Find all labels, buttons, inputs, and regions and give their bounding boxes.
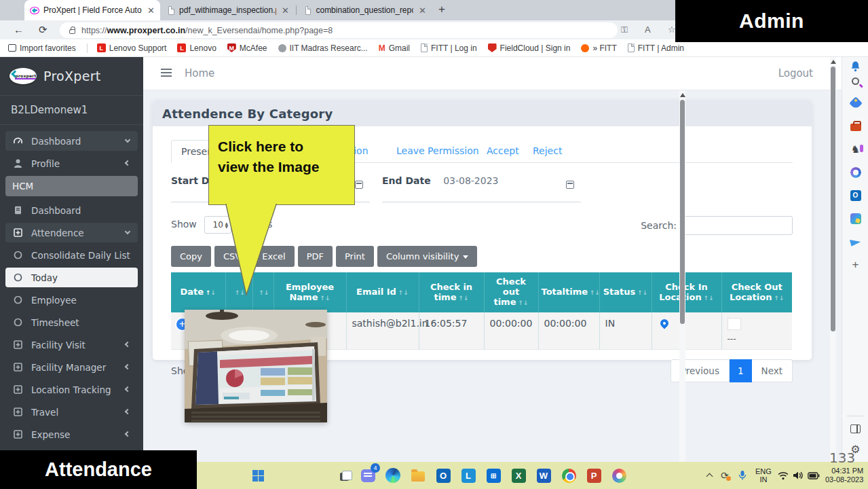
- tab-close-icon[interactable]: ✕: [419, 5, 426, 16]
- bookmark-fitt-login[interactable]: FITT | Log in: [421, 43, 477, 53]
- pdf-button[interactable]: PDF: [298, 246, 333, 267]
- outlook-icon[interactable]: O: [435, 467, 451, 484]
- copy-button[interactable]: Copy: [171, 246, 211, 267]
- bookmark-fitt-admin[interactable]: FITT | Admin: [628, 43, 684, 53]
- designer-icon[interactable]: [849, 212, 862, 225]
- bookmark-fitt[interactable]: » FITT: [581, 43, 616, 53]
- microphone-icon[interactable]: [738, 462, 747, 489]
- microsoft365-icon[interactable]: [849, 166, 862, 179]
- tab-accept[interactable]: Accept: [487, 145, 519, 156]
- column-email-id[interactable]: Email Id↑↓: [346, 272, 419, 312]
- column-check-out-location[interactable]: Check Out Location↑↓: [721, 272, 792, 312]
- column-visibility-button[interactable]: Column visibility: [377, 246, 478, 267]
- sidebar-item-facility-manager[interactable]: Facility Manager: [5, 357, 138, 377]
- drop-icon[interactable]: [849, 235, 862, 248]
- column-totaltime[interactable]: Totaltime↑↓: [538, 272, 599, 312]
- clock-and-date[interactable]: 04:31 PM03-08-2023: [825, 462, 863, 489]
- breadcrumb-home[interactable]: Home: [185, 67, 214, 79]
- wifi-icon[interactable]: [778, 462, 789, 489]
- powerpoint-icon[interactable]: P: [586, 467, 602, 484]
- sidebar-item-attendence[interactable]: Attendence: [5, 223, 138, 242]
- next-page-button[interactable]: Next: [752, 359, 793, 382]
- games-icon[interactable]: ♞: [849, 143, 862, 156]
- toolbox-icon[interactable]: [849, 120, 862, 132]
- bookmark-lenovo-support[interactable]: LLenovo Support: [97, 43, 167, 53]
- tab-close-icon[interactable]: ✕: [147, 5, 155, 16]
- sidebar-item-profile[interactable]: Profile: [5, 153, 138, 173]
- browser-tab[interactable]: combination_question_report.php ✕: [301, 0, 430, 20]
- excel-icon[interactable]: X: [510, 467, 527, 484]
- microsoft-store-icon[interactable]: ⊞: [485, 467, 502, 484]
- tab-reject[interactable]: Reject: [533, 145, 562, 156]
- task-view-icon[interactable]: [338, 467, 354, 484]
- column-status[interactable]: Status↑↓: [599, 272, 652, 312]
- tray-chevron-up-icon[interactable]: [707, 462, 712, 489]
- url-field[interactable]: https://www.proxpert.co.in/new_k_Eversen…: [60, 22, 618, 38]
- browser-scrollbar[interactable]: [830, 57, 836, 462]
- sidebar-item-dashboard[interactable]: Dashboard: [5, 131, 138, 151]
- column-employee-name[interactable]: Employee Name↑↓: [273, 272, 346, 312]
- calendar-icon[interactable]: [355, 181, 363, 189]
- windows-start-icon[interactable]: [250, 467, 266, 484]
- column-check-in-location[interactable]: Check In Location↑↓: [652, 272, 721, 312]
- bookmark-iit-madras[interactable]: IIT Madras Researc...: [278, 43, 368, 53]
- password-key-icon[interactable]: ⚿: [621, 24, 628, 35]
- scrollbar-thumb[interactable]: [831, 67, 835, 331]
- print-button[interactable]: Print: [336, 246, 374, 267]
- sync-icon[interactable]: ⟳: [721, 462, 729, 489]
- bookmark-gmail[interactable]: MGmail: [379, 43, 410, 53]
- sidebar-item-expense[interactable]: Expense: [5, 424, 138, 444]
- bell-icon[interactable]: [849, 60, 862, 73]
- split-screen-icon[interactable]: [849, 422, 862, 435]
- bookmark-lenovo[interactable]: LLenovo: [177, 43, 216, 53]
- lenovo-icon[interactable]: L: [460, 467, 476, 484]
- sidebar-item-employee[interactable]: Employee: [5, 290, 138, 310]
- logout-link[interactable]: Logout: [778, 67, 813, 79]
- shopping-tag-icon[interactable]: [849, 96, 862, 109]
- paint-icon[interactable]: [611, 467, 627, 484]
- read-aloud-icon[interactable]: A: [645, 24, 651, 35]
- map-pin-icon[interactable]: [658, 318, 670, 329]
- page-scrollbar[interactable]: [679, 90, 685, 462]
- sidebar-item-consolidate-daily-list[interactable]: Consolidate Daily List: [5, 245, 138, 265]
- sidebar-item-facility-visit[interactable]: Facility Visit: [5, 335, 138, 355]
- scroll-up-arrow-icon[interactable]: [831, 60, 836, 64]
- sidebar-item-timesheet[interactable]: Timesheet: [5, 312, 138, 332]
- sidebar-item-hcm-dashboard[interactable]: Dashboard: [5, 200, 138, 220]
- new-tab-button[interactable]: +: [438, 3, 445, 16]
- speaker-icon[interactable]: [793, 462, 804, 489]
- teams-chat-icon[interactable]: 4: [360, 467, 376, 484]
- search-input[interactable]: [682, 216, 793, 235]
- favorites-star-icon[interactable]: ☆: [668, 24, 676, 35]
- column-date[interactable]: Date↑↓: [171, 272, 225, 312]
- language-indicator[interactable]: ENGIN: [755, 462, 772, 489]
- current-page-button[interactable]: 1: [730, 359, 752, 382]
- browser-tab[interactable]: pdf_withimage_inspection.php ✕: [164, 0, 293, 20]
- battery-icon[interactable]: [808, 462, 820, 489]
- end-date-field[interactable]: End Date 03-08-2023: [382, 175, 581, 202]
- search-icon[interactable]: [849, 75, 862, 88]
- sidebar-item-today[interactable]: Today: [5, 268, 138, 287]
- edge-icon[interactable]: [385, 467, 401, 484]
- chrome-icon[interactable]: [561, 467, 577, 484]
- sidebar-item-travel[interactable]: Travel: [5, 402, 138, 422]
- attendance-photo-preview[interactable]: [185, 310, 327, 422]
- file-explorer-icon[interactable]: [410, 467, 426, 484]
- scrollbar-thumb[interactable]: [680, 100, 685, 324]
- scroll-up-arrow-icon[interactable]: [680, 93, 685, 97]
- browser-tab-active[interactable]: ProXpert | Field Force Automation ✕: [24, 0, 160, 20]
- sidebar-item-location-tracking[interactable]: Location Tracking: [5, 380, 138, 399]
- refresh-icon[interactable]: ⟳: [39, 24, 48, 36]
- calendar-icon[interactable]: [566, 181, 574, 189]
- outlook-icon[interactable]: O: [849, 189, 862, 202]
- bookmark-import-favorites[interactable]: Import favorites: [8, 43, 76, 53]
- column-check-out-time[interactable]: Check out time↑↓: [484, 272, 538, 312]
- hamburger-menu-icon[interactable]: [161, 69, 172, 77]
- tab-leave-permission[interactable]: Leave Permission: [396, 145, 479, 156]
- word-icon[interactable]: W: [535, 467, 552, 484]
- tab-close-icon[interactable]: ✕: [282, 5, 289, 16]
- plus-icon[interactable]: +: [849, 258, 862, 271]
- back-icon[interactable]: ←: [14, 24, 24, 35]
- column-check-in-time[interactable]: Check in time↑↓: [419, 272, 484, 312]
- bookmark-mcafee[interactable]: MMcAfee: [227, 43, 267, 53]
